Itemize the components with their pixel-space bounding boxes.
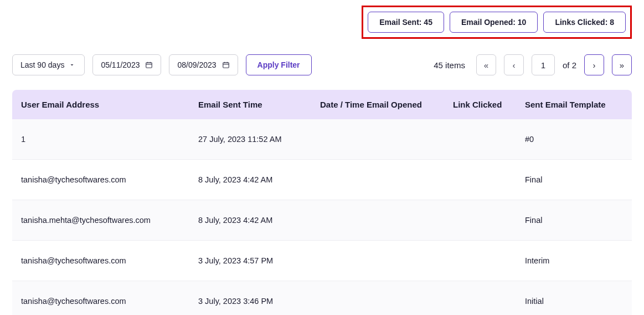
th-link-clicked: Link Clicked xyxy=(444,90,516,119)
cell-email: tanisha@tychesoftwares.com xyxy=(12,160,189,200)
pager-current-page[interactable]: 1 xyxy=(532,54,555,75)
cell-link xyxy=(444,281,516,316)
cell-link xyxy=(444,160,516,200)
date-to-input[interactable]: 08/09/2023 xyxy=(169,54,238,75)
stat-links-clicked: Links Clicked: 8 xyxy=(543,12,626,33)
cell-email: tanisha.mehta@tychesoftwares.com xyxy=(12,200,189,241)
cell-sent: 27 July, 2023 11:52 AM xyxy=(189,119,311,160)
cell-template: Final xyxy=(516,160,632,200)
th-email-sent-time: Email Sent Time xyxy=(189,90,311,119)
th-email-opened: Date / Time Email Opened xyxy=(311,90,444,119)
date-to-value: 08/09/2023 xyxy=(177,60,216,69)
table-row: tanisha@tychesoftwares.com3 July, 2023 4… xyxy=(12,241,632,281)
date-from-input[interactable]: 05/11/2023 xyxy=(92,54,161,75)
stat-email-opened: Email Opened: 10 xyxy=(450,12,538,33)
table-row: tanisha@tychesoftwares.com3 July, 2023 3… xyxy=(12,281,632,316)
apply-filter-button[interactable]: Apply Filter xyxy=(246,54,312,75)
date-from-value: 05/11/2023 xyxy=(101,60,140,69)
cell-opened xyxy=(311,160,444,200)
pager-of-text: of 2 xyxy=(563,60,576,70)
cell-email: 1 xyxy=(12,119,189,160)
table-row: 127 July, 2023 11:52 AM#0 xyxy=(12,119,632,160)
table-row: tanisha.mehta@tychesoftwares.com8 July, … xyxy=(12,200,632,241)
chevron-down-icon xyxy=(69,61,76,69)
th-user-email: User Email Address xyxy=(12,90,189,119)
email-log-table: User Email Address Email Sent Time Date … xyxy=(12,90,632,315)
cell-sent: 3 July, 2023 4:57 PM xyxy=(189,241,311,281)
th-sent-template: Sent Email Template xyxy=(516,90,632,119)
calendar-icon xyxy=(222,61,230,69)
cell-sent: 8 July, 2023 4:42 AM xyxy=(189,200,311,241)
cell-link xyxy=(444,119,516,160)
cell-link xyxy=(444,200,516,241)
cell-template: Final xyxy=(516,200,632,241)
cell-link xyxy=(444,241,516,281)
svg-rect-4 xyxy=(223,63,229,68)
cell-sent: 3 July, 2023 3:46 PM xyxy=(189,281,311,316)
stats-highlight-box: Email Sent: 45 Email Opened: 10 Links Cl… xyxy=(362,6,632,39)
cell-opened xyxy=(311,119,444,160)
pager-next-button[interactable]: › xyxy=(584,54,604,75)
cell-opened xyxy=(311,241,444,281)
pager-last-button[interactable]: » xyxy=(612,54,632,75)
pager-first-button[interactable]: « xyxy=(476,54,496,75)
date-range-label: Last 90 days xyxy=(20,60,64,69)
cell-template: Initial xyxy=(516,281,632,316)
cell-email: tanisha@tychesoftwares.com xyxy=(12,241,189,281)
svg-rect-0 xyxy=(146,63,152,68)
calendar-icon xyxy=(145,61,153,69)
table-header-row: User Email Address Email Sent Time Date … xyxy=(12,90,632,119)
table-row: tanisha@tychesoftwares.com8 July, 2023 4… xyxy=(12,160,632,200)
cell-template: #0 xyxy=(516,119,632,160)
controls-row: Last 90 days 05/11/2023 08/09/2023 Apply… xyxy=(12,54,632,75)
cell-opened xyxy=(311,200,444,241)
cell-template: Interim xyxy=(516,241,632,281)
pager-prev-button[interactable]: ‹ xyxy=(504,54,524,75)
stat-email-sent: Email Sent: 45 xyxy=(368,12,444,33)
cell-email: tanisha@tychesoftwares.com xyxy=(12,281,189,316)
date-range-dropdown[interactable]: Last 90 days xyxy=(12,54,85,75)
items-count: 45 items xyxy=(434,60,465,70)
cell-opened xyxy=(311,281,444,316)
cell-sent: 8 July, 2023 4:42 AM xyxy=(189,160,311,200)
